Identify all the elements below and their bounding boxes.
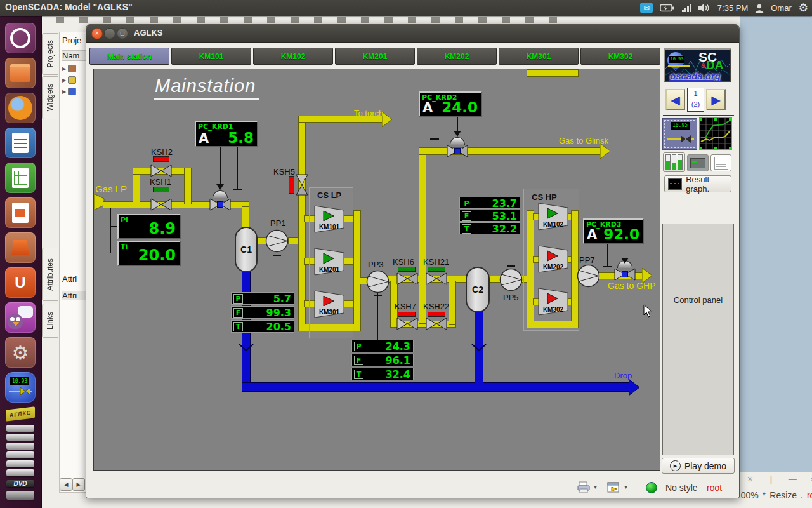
valve-ksh7-state[interactable] — [398, 312, 416, 317]
aglks-launcher-icon[interactable]: АГЛКС — [6, 406, 35, 422]
display-pft1-t[interactable]: T20.5 — [231, 320, 294, 333]
network-signal-icon[interactable] — [682, 4, 691, 12]
minimized-window-icon[interactable] — [6, 451, 34, 458]
files-icon[interactable] — [5, 58, 36, 88]
tool-icon[interactable]: — — [789, 474, 797, 484]
tree-item[interactable]: ▶ — [62, 88, 88, 95]
valve-ksh22-state[interactable] — [428, 312, 445, 317]
tab-km301[interactable]: KM301 — [499, 48, 579, 65]
valve-ksh6-state[interactable] — [398, 267, 416, 272]
valve-ksh5[interactable] — [296, 174, 308, 196]
play-demo-button[interactable]: ▶ Play demo — [662, 458, 735, 474]
minimized-window-icon[interactable] — [6, 491, 34, 500]
minimized-window-icon[interactable] — [6, 425, 34, 432]
clock[interactable]: 7:35 PM — [717, 3, 748, 13]
compressor-km202[interactable]: KM202 — [538, 245, 568, 273]
export-dropdown[interactable]: ▾ — [624, 483, 627, 490]
oscada-logo[interactable]: 10.93 SC & DA oscada.org — [664, 48, 731, 82]
session-user[interactable]: Omar — [771, 3, 792, 13]
empathy-icon[interactable] — [5, 302, 36, 333]
libreoffice-writer-icon[interactable] — [5, 128, 36, 158]
document-view-button[interactable] — [710, 154, 731, 171]
firefox-icon[interactable] — [5, 93, 36, 123]
separator-c1[interactable]: C1 — [235, 227, 258, 272]
tool-icon[interactable]: ❘ — [768, 474, 775, 484]
software-center-icon[interactable] — [5, 232, 36, 263]
oscada-link[interactable]: oscada.org — [670, 70, 721, 81]
trend-view-button[interactable] — [699, 117, 732, 150]
tab-links[interactable]: Links — [42, 304, 58, 338]
display-pc-krd3[interactable]: PC_KRD3 A 92.0 — [583, 218, 644, 244]
compressor-km201[interactable]: KM201 — [314, 248, 344, 276]
valve-ksh2-state[interactable] — [153, 156, 169, 162]
minimized-window-icon[interactable] — [6, 434, 34, 441]
tab-km201[interactable]: KM201 — [335, 48, 415, 65]
minimized-window-icon[interactable] — [6, 443, 34, 450]
display-pc-krd2[interactable]: PC_KRD2 A 24.0 — [419, 91, 482, 117]
libreoffice-impress-icon[interactable] — [5, 197, 36, 228]
openscada-icon[interactable]: 10.93 — [5, 372, 36, 403]
pump-pp5[interactable] — [499, 268, 523, 291]
valve-ksh21-state[interactable] — [428, 267, 445, 272]
next-page-button[interactable]: ▶ — [706, 89, 726, 110]
display-pi[interactable]: Pi 8.9 — [117, 214, 181, 239]
tree-item[interactable]: ▶ — [62, 65, 88, 72]
battery-icon[interactable] — [660, 4, 675, 12]
export-button[interactable] — [606, 481, 620, 494]
print-button[interactable] — [577, 481, 591, 494]
result-graph-button[interactable]: Result graph. — [664, 175, 731, 192]
mnemo-view-button[interactable]: 10.95 — [662, 118, 697, 150]
display-pft2-f[interactable]: F53.1 — [459, 210, 520, 222]
prev-page-button[interactable]: ◀ — [665, 89, 685, 110]
valve-ksh6[interactable] — [396, 272, 418, 285]
compressor-km101[interactable]: KM101 — [314, 205, 344, 233]
volume-icon[interactable] — [698, 3, 710, 13]
print-dropdown[interactable]: ▾ — [594, 483, 597, 490]
display-pft3-f[interactable]: F96.1 — [351, 354, 414, 366]
display-pft2-p[interactable]: P23.7 — [459, 197, 520, 209]
mail-icon[interactable]: ✉ — [640, 3, 653, 13]
compressor-km301[interactable]: KM301 — [314, 290, 344, 318]
valve-ksh22[interactable] — [426, 318, 447, 330]
valve-ksh7[interactable] — [396, 318, 418, 330]
tab-km102[interactable]: KM102 — [253, 48, 333, 65]
tool-icon[interactable]: ✳ — [747, 474, 754, 484]
system-settings-icon[interactable]: ⚙ — [5, 337, 36, 368]
display-pc-krd1[interactable]: PC_KRD1 A 5.8 — [195, 121, 258, 147]
ubuntu-dash-icon[interactable] — [5, 23, 36, 53]
valve-ksh2[interactable] — [150, 164, 172, 177]
gear-icon[interactable]: ⚙ — [799, 1, 808, 15]
close-button[interactable]: × — [91, 28, 103, 39]
ubuntu-one-icon[interactable]: U — [5, 267, 36, 298]
display-pft3-t[interactable]: T32.4 — [351, 368, 414, 380]
display-ti[interactable]: Ti 20.0 — [117, 241, 181, 266]
libreoffice-calc-icon[interactable] — [5, 163, 36, 193]
display-pft1-f[interactable]: F99.3 — [231, 306, 294, 319]
window-titlebar[interactable]: × – ▢ AGLKS — [86, 25, 739, 43]
display-pft1-p[interactable]: P5.7 — [231, 292, 294, 305]
bars-view-button[interactable] — [663, 152, 685, 172]
tab-main-station[interactable]: Main station — [89, 48, 169, 65]
spin-right-button[interactable]: ▶ — [72, 478, 85, 491]
dvd-icon[interactable]: DVD — [6, 480, 34, 487]
valve-ksh21[interactable] — [426, 272, 447, 285]
tab-km302[interactable]: KM302 — [580, 48, 660, 65]
spin-left-button[interactable]: ◀ — [60, 478, 72, 491]
valve-ksh1[interactable] — [150, 198, 172, 211]
valve-ksh5-state[interactable] — [289, 176, 294, 194]
pump-pp7[interactable] — [577, 264, 600, 288]
panel-view-button[interactable] — [687, 154, 709, 171]
tab-attributes[interactable]: Attributes — [42, 248, 58, 301]
tab-widgets[interactable]: Widgets — [42, 76, 58, 119]
minimized-window-icon[interactable] — [6, 460, 34, 467]
compressor-km102[interactable]: KM102 — [538, 203, 568, 231]
minimized-window-icon[interactable] — [6, 469, 34, 476]
separator-c2[interactable]: C2 — [466, 267, 490, 312]
tree-item[interactable]: ▶ — [62, 76, 88, 84]
pump-pp3[interactable] — [366, 270, 390, 293]
valve-ksh1-state[interactable] — [153, 187, 169, 192]
display-pft3-p[interactable]: P24.3 — [351, 340, 414, 352]
minimize-button[interactable]: – — [104, 28, 115, 39]
pump-pp1[interactable] — [265, 229, 289, 253]
tab-projects[interactable]: Projects — [42, 33, 58, 75]
